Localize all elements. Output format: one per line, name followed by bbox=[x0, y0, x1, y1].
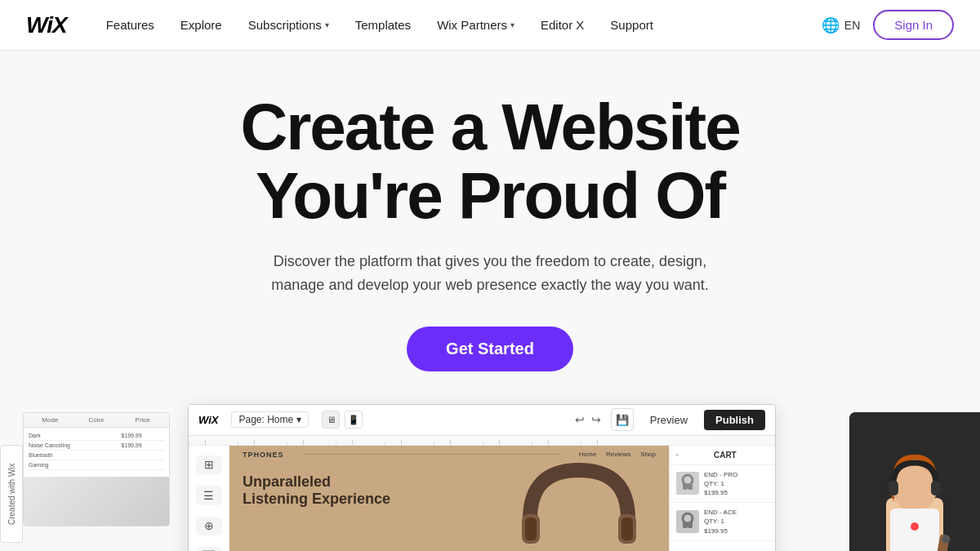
thumb-rows: Dark $199.99 Noise Canceling $199.99 Blu… bbox=[24, 428, 169, 473]
col-price: Price bbox=[121, 416, 164, 424]
hero-subtitle: Discover the platform that gives you the… bbox=[261, 250, 719, 297]
language-selector[interactable]: 🌐 EN bbox=[822, 16, 860, 34]
col-color: Color bbox=[75, 416, 118, 424]
cart-item-2: END - ACE QTY: 1 $199.95 bbox=[670, 503, 775, 541]
desktop-icon[interactable]: 🖥 bbox=[322, 411, 340, 429]
nav-explore[interactable]: Explore bbox=[180, 18, 222, 32]
svg-rect-6 bbox=[683, 483, 688, 490]
get-started-button[interactable]: Get Started bbox=[407, 327, 573, 371]
editor-wix-logo: WiX bbox=[198, 414, 218, 426]
cart-item-1-info: END - PRO QTY: 1 $199.95 bbox=[704, 470, 737, 498]
cart-header: ‹ CART bbox=[670, 446, 775, 465]
right-person-photo bbox=[849, 412, 980, 551]
cart-chevron-icon: ‹ bbox=[676, 451, 679, 459]
headphone-image bbox=[514, 454, 644, 551]
globe-icon: 🌐 bbox=[822, 16, 840, 34]
sign-in-button[interactable]: Sign In bbox=[873, 10, 954, 40]
site-brand: TPHONES bbox=[243, 451, 284, 459]
nav-links: Features Explore Subscriptions ▾ Templat… bbox=[106, 18, 822, 32]
svg-rect-3 bbox=[621, 518, 633, 540]
editor-ruler bbox=[189, 436, 775, 446]
nav-wix-partners[interactable]: Wix Partners ▾ bbox=[437, 18, 514, 32]
svg-point-18 bbox=[911, 522, 919, 531]
table-row: Noise Canceling $199.99 bbox=[29, 441, 164, 451]
hero-title: Create a Website You're Proud Of bbox=[240, 93, 739, 230]
editor-preview-area: Created with Wix Mode Color Price Dark $… bbox=[0, 404, 980, 551]
table-row: Bluetooth bbox=[29, 451, 164, 460]
cart-item-2-image bbox=[676, 510, 699, 533]
svg-rect-11 bbox=[688, 522, 693, 528]
device-icons: 🖥 📱 bbox=[322, 411, 363, 429]
thumb-header: Mode Color Price bbox=[24, 413, 169, 428]
cart-item-1: END - PRO QTY: 1 $199.95 bbox=[670, 465, 775, 504]
subscriptions-chevron-icon: ▾ bbox=[325, 20, 329, 29]
page-selector[interactable]: Page: Home ▾ bbox=[231, 411, 309, 428]
page-selector-chevron-icon: ▾ bbox=[296, 414, 301, 425]
undo-redo-controls: ↩ ↪ bbox=[575, 413, 601, 426]
nav-editor-x[interactable]: Editor X bbox=[541, 18, 584, 32]
logo[interactable]: WiX bbox=[26, 12, 67, 38]
publish-button[interactable]: Publish bbox=[704, 410, 765, 430]
hero-section: Create a Website You're Proud Of Discove… bbox=[0, 51, 980, 551]
panel-apps-icon[interactable]: ⬛ bbox=[196, 547, 222, 551]
editor-canvas: ⊞ ☰ ⊕ ⬛ TPHONES Home Reviews Shop bbox=[189, 446, 775, 551]
svg-rect-16 bbox=[931, 481, 941, 495]
cart-title: CART bbox=[682, 451, 768, 460]
table-row: Gaming bbox=[29, 460, 164, 470]
wix-logo-text: WiX bbox=[26, 12, 67, 38]
editor-topbar: WiX Page: Home ▾ 🖥 📱 ↩ ↪ 💾 Preview Publi… bbox=[189, 405, 775, 436]
created-with-wix-label: Created with Wix bbox=[0, 445, 23, 543]
language-code: EN bbox=[844, 19, 860, 32]
nav-templates[interactable]: Templates bbox=[355, 18, 411, 32]
nav-features[interactable]: Features bbox=[106, 18, 154, 32]
save-button[interactable]: 💾 bbox=[611, 408, 634, 431]
panel-add-icon[interactable]: ⊞ bbox=[196, 455, 222, 475]
left-thumbnail-panel: Mode Color Price Dark $199.99 Noise Canc… bbox=[23, 412, 170, 527]
navbar: WiX Features Explore Subscriptions ▾ Tem… bbox=[0, 0, 980, 51]
svg-rect-15 bbox=[889, 481, 898, 495]
svg-rect-7 bbox=[688, 483, 693, 490]
mobile-icon[interactable]: 📱 bbox=[345, 411, 363, 429]
undo-button[interactable]: ↩ bbox=[575, 413, 585, 426]
table-row: Dark $199.99 bbox=[29, 431, 164, 441]
editor-main-canvas: TPHONES Home Reviews Shop Unparalleled L… bbox=[229, 446, 669, 551]
preview-button[interactable]: Preview bbox=[644, 411, 694, 429]
col-mode: Mode bbox=[29, 416, 72, 424]
wix-partners-chevron-icon: ▾ bbox=[510, 20, 514, 29]
nav-support[interactable]: Support bbox=[610, 18, 653, 32]
editor-cart-panel: ‹ CART END - PR bbox=[669, 446, 775, 551]
svg-rect-1 bbox=[525, 518, 537, 540]
panel-section-icon[interactable]: ⊕ bbox=[196, 517, 222, 536]
nav-subscriptions[interactable]: Subscriptions ▾ bbox=[248, 18, 329, 32]
navbar-right: 🌐 EN Sign In bbox=[822, 10, 954, 40]
person-figure bbox=[849, 412, 980, 551]
cart-item-2-info: END - ACE QTY: 1 $199.95 bbox=[704, 508, 737, 535]
editor-left-panel: ⊞ ☰ ⊕ ⬛ bbox=[189, 446, 229, 551]
thumb-image bbox=[24, 477, 169, 526]
svg-rect-10 bbox=[683, 522, 688, 528]
redo-button[interactable]: ↪ bbox=[591, 413, 601, 426]
editor-window: WiX Page: Home ▾ 🖥 📱 ↩ ↪ 💾 Preview Publi… bbox=[188, 404, 776, 551]
panel-pages-icon[interactable]: ☰ bbox=[196, 486, 222, 505]
cart-item-1-image bbox=[676, 472, 699, 495]
